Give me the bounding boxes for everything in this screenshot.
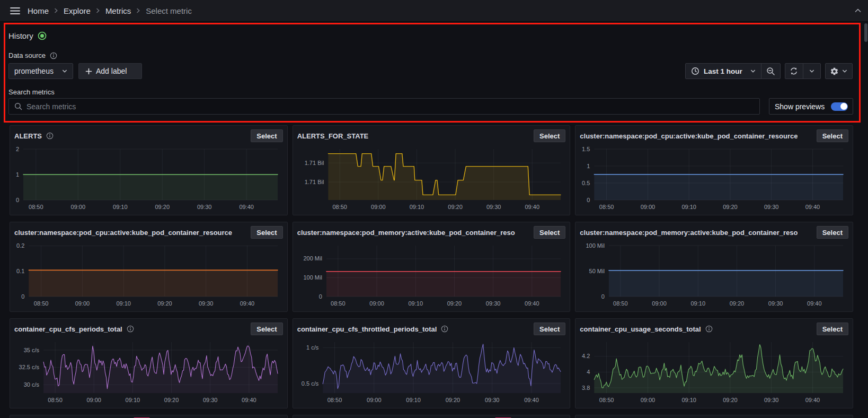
svg-text:32.5 c/s: 32.5 c/s [19,364,40,370]
settings-button[interactable] [825,63,853,79]
metric-panel-partial [575,415,853,418]
panel-header: ALERTS Select [10,126,287,142]
grafana-metrics-select-page: {"nav":{"breadcrumbs":[{"label":"Home","… [0,0,868,418]
select-button[interactable]: Select [534,129,565,142]
breadcrumb-current: Select metric [146,6,192,15]
svg-text:0.5: 0.5 [582,180,590,186]
panel-title: cluster:namespace:pod_memory:active:kube… [297,229,515,237]
hamburger-icon [10,7,20,15]
svg-text:09:30: 09:30 [199,300,214,307]
svg-text:09:20: 09:20 [445,397,460,403]
search-metrics-label: Search metrics [8,88,55,96]
history-status-icon[interactable] [38,31,47,40]
metric-panel: container_cpu_cfs_throttled_periods_tota… [293,318,571,408]
chevron-up-icon [854,6,862,15]
data-source-value: prometheus [14,67,54,75]
scrollbar-thumb[interactable] [864,23,867,42]
svg-text:09:20: 09:20 [164,397,179,403]
svg-text:08:50: 08:50 [327,397,342,403]
data-source-picker[interactable]: prometheus [8,63,73,79]
metric-preview-chart: 08:5009:0009:1009:2009:3009:401 c/s0.5 c… [293,337,570,407]
collapse-nav-button[interactable] [853,6,863,16]
metric-panel: ALERTS Select 08:5009:0009:1009:2009:300… [10,125,288,215]
metric-preview-chart: 08:5009:0009:1009:2009:3009:40100 Mil50 … [575,240,853,310]
info-icon[interactable] [127,325,134,333]
svg-text:09:00: 09:00 [371,204,386,210]
svg-text:09:40: 09:40 [239,204,254,210]
svg-text:09:40: 09:40 [525,300,539,307]
svg-text:09:20: 09:20 [730,300,745,307]
svg-text:08:50: 08:50 [613,300,628,307]
svg-text:09:30: 09:30 [486,204,501,210]
svg-text:08:50: 08:50 [34,300,49,307]
metric-preview-chart: 08:5009:0009:1009:2009:3009:40200 Mil100… [293,240,570,310]
chevron-right-icon [54,7,59,14]
refresh-interval-dropdown[interactable] [803,64,821,79]
svg-text:09:30: 09:30 [197,204,212,210]
panel-title: container_cpu_usage_seconds_total [580,325,701,333]
info-icon[interactable] [441,325,448,333]
menu-toggle-button[interactable] [6,2,23,19]
panel-header: container_cpu_cfs_throttled_periods_tota… [293,319,570,335]
svg-text:35 c/s: 35 c/s [24,347,40,353]
select-button[interactable]: Select [534,323,565,335]
svg-text:09:40: 09:40 [805,204,820,210]
time-range-picker[interactable]: Last 1 hour [686,64,761,79]
metric-panel: container_cpu_cfs_periods_total Select 0… [10,318,288,408]
chevron-right-icon [136,7,141,14]
panel-title: container_cpu_cfs_periods_total [14,325,122,333]
svg-text:30 c/s: 30 c/s [24,381,40,388]
svg-text:100 Mil: 100 Mil [303,274,322,281]
svg-text:0: 0 [318,293,322,300]
refresh-button[interactable] [785,64,803,79]
select-button[interactable]: Select [251,226,282,239]
add-label-button[interactable]: Add label [78,63,142,79]
select-button[interactable]: Select [817,129,848,142]
select-button[interactable]: Select [251,323,282,335]
svg-text:09:00: 09:00 [369,300,384,307]
data-source-label: Data source [8,51,46,59]
svg-text:09:00: 09:00 [652,300,667,307]
svg-text:09:10: 09:10 [116,300,131,307]
select-button[interactable]: Select [534,226,565,239]
svg-text:0: 0 [601,293,605,300]
svg-text:09:10: 09:10 [126,397,140,403]
breadcrumb-metrics[interactable]: Metrics [105,6,131,15]
svg-text:08:50: 08:50 [599,204,614,210]
svg-text:0: 0 [16,197,19,203]
metric-panel: ALERTS_FOR_STATE Select 08:5009:0009:100… [293,125,571,215]
svg-text:100 Mil: 100 Mil [586,242,605,249]
svg-text:09:10: 09:10 [406,397,421,403]
select-button[interactable]: Select [817,323,848,335]
time-picker-group: Last 1 hour [685,63,781,79]
svg-text:09:20: 09:20 [723,397,738,403]
search-input[interactable] [26,102,754,111]
svg-text:09:10: 09:10 [409,204,424,210]
metric-panel: container_cpu_usage_seconds_total Select… [575,318,853,408]
breadcrumb-explore[interactable]: Explore [64,6,91,15]
zoom-out-time-button[interactable] [761,64,780,79]
svg-text:08:50: 08:50 [331,300,346,307]
breadcrumb-home[interactable]: Home [28,6,49,15]
panel-header: container_cpu_cfs_periods_total Select [10,319,287,335]
info-icon[interactable] [50,52,57,59]
panel-header: cluster:namespace:pod_cpu:active:kube_po… [10,222,287,239]
svg-text:0.1: 0.1 [16,268,24,274]
panel-header: cluster:namespace:pod_cpu:active:kube_po… [575,126,853,142]
svg-text:0: 0 [21,293,24,300]
show-previews-toggle[interactable] [831,102,848,111]
select-button[interactable]: Select [251,129,282,142]
svg-text:3.8: 3.8 [582,385,590,391]
data-source-label-row: Data source [8,51,57,59]
select-button[interactable]: Select [817,226,848,239]
panel-header: cluster:namespace:pod_memory:active:kube… [293,222,570,239]
metric-panel: cluster:namespace:pod_memory:active:kube… [293,222,571,312]
svg-text:09:20: 09:20 [723,204,738,210]
svg-text:08:50: 08:50 [29,204,43,210]
svg-text:09:30: 09:30 [203,397,218,403]
info-icon[interactable] [705,325,713,333]
breadcrumb: Home Explore Metrics Select metric [28,6,192,15]
search-box [8,98,760,115]
info-icon[interactable] [46,132,54,140]
svg-text:09:20: 09:20 [447,300,462,307]
